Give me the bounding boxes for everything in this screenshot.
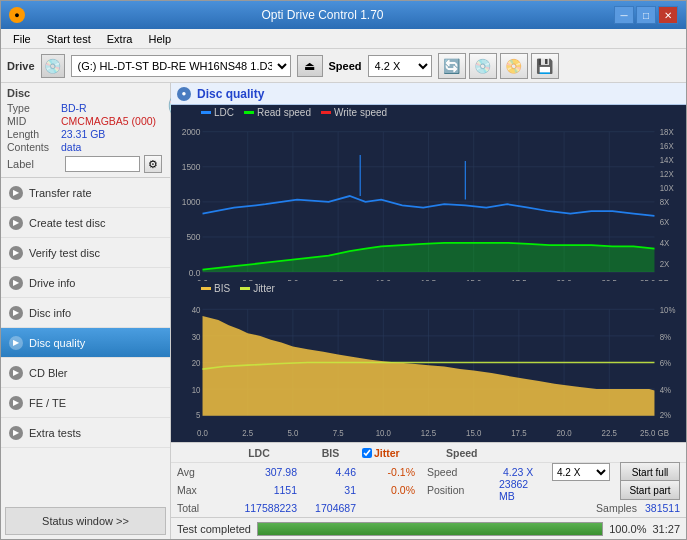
total-label: Total <box>177 502 213 514</box>
window-title: Opti Drive Control 1.70 <box>31 8 614 22</box>
sidebar-item-transfer-rate[interactable]: ▶ Transfer rate <box>1 178 170 208</box>
drive-select[interactable]: (G:) HL-DT-ST BD-RE WH16NS48 1.D3 <box>71 55 291 77</box>
sidebar-item-cd-bler[interactable]: ▶ CD Bler <box>1 358 170 388</box>
jitter-legend: Jitter <box>240 283 275 294</box>
disc-info-icon: ▶ <box>9 306 23 320</box>
svg-text:4X: 4X <box>660 238 670 249</box>
speed-select[interactable]: 4.2 X <box>368 55 432 77</box>
max-bis: 31 <box>301 484 356 496</box>
svg-text:40: 40 <box>192 305 201 316</box>
menu-file[interactable]: File <box>5 31 39 47</box>
bottom-chart: BIS Jitter <box>171 281 686 442</box>
title-bar: ● Opti Drive Control 1.70 ─ □ ✕ <box>1 1 686 29</box>
samples-label: Samples <box>588 502 637 514</box>
disc-quality-title: Disc quality <box>197 87 264 101</box>
svg-text:7.5: 7.5 <box>333 427 344 438</box>
sidebar-item-disc-info[interactable]: ▶ Disc info <box>1 298 170 328</box>
label-input[interactable] <box>65 156 140 172</box>
avg-row: Avg 307.98 4.46 -0.1% Speed 4.23 X 4.2 X… <box>171 463 686 481</box>
total-bis: 1704687 <box>301 502 356 514</box>
svg-text:8%: 8% <box>660 331 671 342</box>
status-window-button[interactable]: Status window >> <box>5 507 166 535</box>
length-label: Length <box>7 128 61 140</box>
save-button[interactable]: 💾 <box>531 53 559 79</box>
svg-text:5.0: 5.0 <box>287 427 298 438</box>
cd-bler-label: CD Bler <box>29 367 68 379</box>
extra-tests-label: Extra tests <box>29 427 81 439</box>
sidebar-item-verify-test-disc[interactable]: ▶ Verify test disc <box>1 238 170 268</box>
svg-text:10: 10 <box>192 385 201 396</box>
menu-bar: File Start test Extra Help <box>1 29 686 49</box>
svg-text:2X: 2X <box>660 259 670 270</box>
bottom-chart-svg: 40 30 20 10 5 10% 8% 6% 4% 2% 0.0 2.5 <box>171 296 686 442</box>
extra-tests-icon: ▶ <box>9 426 23 440</box>
svg-text:14X: 14X <box>660 155 674 166</box>
svg-text:6X: 6X <box>660 217 670 228</box>
start-full-button[interactable]: Start full <box>620 462 680 482</box>
jitter-checkbox[interactable] <box>362 448 372 458</box>
minimize-button[interactable]: ─ <box>614 6 634 24</box>
speed-value-label: Speed <box>419 466 499 478</box>
speed-select2[interactable]: 4.2 X <box>552 463 610 481</box>
maximize-button[interactable]: □ <box>636 6 656 24</box>
svg-text:30: 30 <box>192 331 201 342</box>
svg-text:25.0 GB: 25.0 GB <box>640 427 669 438</box>
samples-value: 381511 <box>641 502 680 514</box>
ldc-legend: LDC <box>201 107 234 118</box>
bottom-status: Test completed 100.0% 31:27 <box>171 517 686 539</box>
eject-button[interactable]: ⏏ <box>297 55 323 77</box>
svg-text:10.0: 10.0 <box>376 427 391 438</box>
label-icon-button[interactable]: ⚙ <box>144 155 162 173</box>
sidebar-item-drive-info[interactable]: ▶ Drive info <box>1 268 170 298</box>
speed-value: 4.23 X <box>503 466 548 478</box>
max-ldc: 1151 <box>217 484 297 496</box>
ldc-header: LDC <box>219 447 299 459</box>
jitter-header: Jitter <box>374 447 400 459</box>
read-speed-legend: Read speed <box>244 107 311 118</box>
sidebar-item-create-test-disc[interactable]: ▶ Create test disc <box>1 208 170 238</box>
svg-text:0.0: 0.0 <box>197 427 208 438</box>
disc-info-panel: Disc Type BD-R MID CMCMAGBA5 (000) Lengt… <box>1 83 170 178</box>
menu-start-test[interactable]: Start test <box>39 31 99 47</box>
close-button[interactable]: ✕ <box>658 6 678 24</box>
sidebar-item-fe-te[interactable]: ▶ FE / TE <box>1 388 170 418</box>
svg-text:2%: 2% <box>660 410 671 421</box>
length-value: 23.31 GB <box>61 128 162 140</box>
charts-area: LDC Read speed Write speed <box>171 105 686 442</box>
read-speed-legend-label: Read speed <box>257 107 311 118</box>
contents-value: data <box>61 141 162 153</box>
svg-text:16X: 16X <box>660 141 674 152</box>
svg-text:0.0: 0.0 <box>189 267 201 278</box>
write-speed-legend: Write speed <box>321 107 387 118</box>
svg-text:2.5: 2.5 <box>242 427 253 438</box>
contents-label: Contents <box>7 141 61 153</box>
start-part-button[interactable]: Start part <box>620 480 680 500</box>
svg-text:1000: 1000 <box>182 197 201 208</box>
svg-text:20.0: 20.0 <box>556 427 571 438</box>
sidebar-item-disc-quality[interactable]: ▶ Disc quality <box>1 328 170 358</box>
status-text: Test completed <box>177 523 251 535</box>
sidebar-nav: ▶ Transfer rate ▶ Create test disc ▶ Ver… <box>1 178 170 503</box>
svg-text:17.5: 17.5 <box>511 427 526 438</box>
menu-extra[interactable]: Extra <box>99 31 141 47</box>
disc-quality-label: Disc quality <box>29 337 85 349</box>
verify-test-icon: ▶ <box>9 246 23 260</box>
mid-label: MID <box>7 115 61 127</box>
disc-button1[interactable]: 💿 <box>469 53 497 79</box>
svg-text:1500: 1500 <box>182 162 201 173</box>
drive-icon: 💿 <box>41 54 65 78</box>
svg-text:2000: 2000 <box>182 127 201 138</box>
bis-legend: BIS <box>201 283 230 294</box>
disc-quality-header: ● Disc quality <box>171 83 686 105</box>
cd-bler-icon: ▶ <box>9 366 23 380</box>
disc-info-label: Disc info <box>29 307 71 319</box>
refresh-button[interactable]: 🔄 <box>438 53 466 79</box>
disc-button2[interactable]: 📀 <box>500 53 528 79</box>
menu-help[interactable]: Help <box>140 31 179 47</box>
top-chart-svg: 2000 1500 1000 500 0.0 18X 16X 14X 12X 1… <box>171 120 686 295</box>
avg-ldc: 307.98 <box>217 466 297 478</box>
app-icon: ● <box>9 7 25 23</box>
progress-bar <box>257 522 603 536</box>
sidebar-item-extra-tests[interactable]: ▶ Extra tests <box>1 418 170 448</box>
speed-label: Speed <box>329 60 362 72</box>
